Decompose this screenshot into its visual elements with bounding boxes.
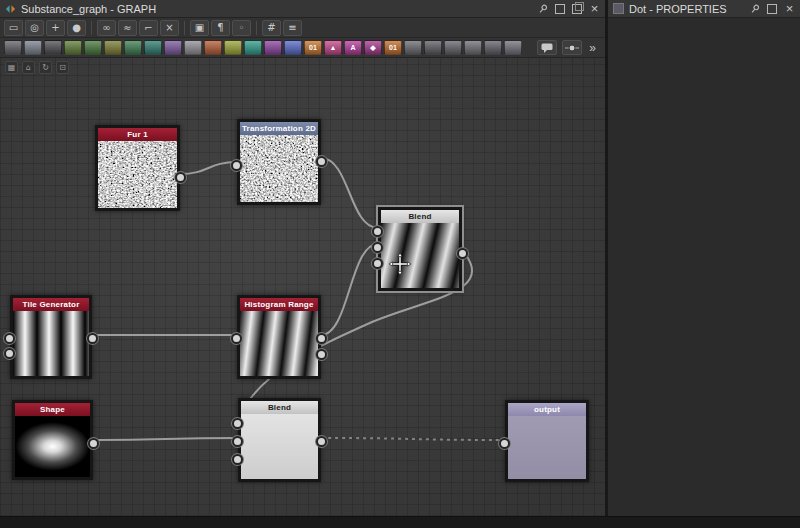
fx-map-node-button[interactable] bbox=[404, 40, 422, 55]
input-connector[interactable] bbox=[4, 348, 15, 359]
normal-node-button[interactable] bbox=[284, 40, 302, 55]
close-icon[interactable]: × bbox=[589, 3, 600, 14]
output-connector[interactable] bbox=[175, 172, 186, 183]
blend-node-button[interactable] bbox=[24, 40, 42, 55]
output-connector[interactable] bbox=[316, 349, 327, 360]
node-thumbnail bbox=[508, 416, 586, 479]
dot-node-button[interactable] bbox=[504, 40, 522, 55]
snap-grid-icon[interactable]: # bbox=[262, 20, 281, 36]
marquee-select-icon[interactable]: ▭ bbox=[4, 20, 23, 36]
toolbar-overflow-chevron[interactable]: » bbox=[587, 41, 598, 55]
properties-panel: Dot - PROPERTIES × bbox=[608, 0, 800, 516]
text-node-button[interactable]: A bbox=[344, 40, 362, 55]
home-view-icon[interactable]: ⌂ bbox=[22, 61, 35, 74]
float-window-icon[interactable] bbox=[555, 4, 565, 14]
output-connector[interactable] bbox=[87, 333, 98, 344]
bitmap-node-button[interactable] bbox=[424, 40, 442, 55]
graph-node-tile-generator[interactable]: Tile Generator bbox=[10, 295, 92, 379]
node-title: Blend bbox=[381, 210, 459, 223]
node-thumbnail bbox=[240, 135, 318, 202]
grid-display-icon[interactable]: ▦ bbox=[5, 61, 18, 74]
input-connector[interactable] bbox=[231, 333, 242, 344]
graph-node-transformation-2d[interactable]: Transformation 2D bbox=[237, 119, 321, 205]
output-connector[interactable] bbox=[316, 156, 327, 167]
input-connector[interactable] bbox=[231, 160, 242, 171]
node-title: Histogram Range bbox=[240, 298, 318, 311]
directional-blur-node-button[interactable] bbox=[64, 40, 82, 55]
channels-shuffle-node-button[interactable] bbox=[204, 40, 222, 55]
canvas-view-tools: ▦⌂↻⊡ bbox=[4, 61, 70, 74]
levels-node-button[interactable] bbox=[244, 40, 262, 55]
comment-icon[interactable]: ¶ bbox=[211, 20, 230, 36]
properties-body bbox=[608, 18, 800, 515]
input-connector[interactable] bbox=[372, 258, 383, 269]
dot-node-icon[interactable] bbox=[562, 40, 582, 55]
pixel-processor-node-button[interactable]: ▲ bbox=[324, 40, 342, 55]
comment-resource-node-button[interactable] bbox=[484, 40, 502, 55]
warp-node-button[interactable] bbox=[104, 40, 122, 55]
align-nodes-icon[interactable]: ≡ bbox=[283, 20, 302, 36]
input-connector[interactable] bbox=[372, 226, 383, 237]
transformation-2d-node-button[interactable] bbox=[184, 40, 202, 55]
graph-app-icon bbox=[5, 3, 16, 14]
cut-links-icon[interactable]: × bbox=[160, 20, 179, 36]
hsl-node-button[interactable] bbox=[164, 40, 182, 55]
graph-node-blend-top[interactable]: Blend bbox=[378, 207, 462, 291]
sharpen-node-button[interactable] bbox=[144, 40, 162, 55]
input-connector[interactable] bbox=[4, 333, 15, 344]
gradient-map-node-button[interactable] bbox=[124, 40, 142, 55]
node-thumbnail bbox=[98, 141, 177, 208]
properties-panel-title: Dot - PROPERTIES bbox=[629, 3, 727, 15]
float-window-icon[interactable] bbox=[767, 4, 777, 14]
frame-icon[interactable]: ▣ bbox=[190, 20, 209, 36]
wire bbox=[321, 158, 378, 228]
output-connector[interactable] bbox=[88, 438, 99, 449]
output-connector[interactable] bbox=[316, 333, 327, 344]
node-thumbnail bbox=[241, 414, 318, 479]
invert-node-button[interactable] bbox=[264, 40, 282, 55]
input-connector[interactable] bbox=[372, 242, 383, 253]
graph-panel-title: Substance_graph - GRAPH bbox=[21, 3, 156, 15]
node-thumbnail bbox=[381, 223, 459, 288]
screenshot-icon[interactable]: ◎ bbox=[25, 20, 44, 36]
graph-node-blend-bottom[interactable]: Blend bbox=[238, 398, 321, 482]
dock-window-icon[interactable] bbox=[572, 4, 582, 14]
elbow-links-icon[interactable]: ⌐ bbox=[139, 20, 158, 36]
frame-resource-node-button[interactable] bbox=[464, 40, 482, 55]
material-drop-icon[interactable]: ● bbox=[67, 20, 86, 36]
directional-warp-node-button[interactable] bbox=[84, 40, 102, 55]
close-icon[interactable]: × bbox=[784, 3, 795, 14]
refresh-view-icon[interactable]: ↻ bbox=[39, 61, 52, 74]
vector-graphics-node-button[interactable] bbox=[444, 40, 462, 55]
blur-node-button[interactable] bbox=[44, 40, 62, 55]
create-link-icon[interactable]: ∞ bbox=[97, 20, 116, 36]
input-connector[interactable] bbox=[232, 454, 243, 465]
curved-links-icon[interactable]: ≈ bbox=[118, 20, 137, 36]
color-picker-icon[interactable]: + bbox=[46, 20, 65, 36]
toolbar-divider bbox=[256, 21, 257, 35]
graph-canvas[interactable]: ▦⌂↻⊡ Fur 1Transformation 2DBlendTile Gen… bbox=[0, 58, 605, 516]
properties-icon bbox=[613, 3, 624, 14]
output-connector[interactable] bbox=[457, 248, 468, 259]
graph-panel-header: Substance_graph - GRAPH × bbox=[0, 0, 605, 18]
graph-node-histogram-range[interactable]: Histogram Range bbox=[237, 295, 321, 379]
comment-bubble-icon[interactable] bbox=[537, 40, 557, 55]
pin-node-icon[interactable]: ◦ bbox=[232, 20, 251, 36]
fit-view-icon[interactable]: ⊡ bbox=[56, 61, 69, 74]
input-connector[interactable] bbox=[499, 438, 510, 449]
input-connector[interactable] bbox=[232, 418, 243, 429]
value-processor-node-button[interactable]: 01 bbox=[384, 40, 402, 55]
wire bbox=[321, 244, 378, 335]
output-connector[interactable] bbox=[316, 436, 327, 447]
svg-node-button[interactable]: ◆ bbox=[364, 40, 382, 55]
graph-node-shape[interactable]: Shape bbox=[12, 400, 93, 480]
uniform-color-node-button[interactable] bbox=[4, 40, 22, 55]
pin-icon[interactable] bbox=[749, 3, 760, 14]
pin-icon[interactable] bbox=[537, 3, 548, 14]
input-connector[interactable] bbox=[232, 436, 243, 447]
graph-node-output[interactable]: output bbox=[505, 400, 589, 482]
node-thumbnail bbox=[240, 311, 318, 376]
uniform-01-node-button[interactable]: 01 bbox=[304, 40, 322, 55]
graph-node-fur-1[interactable]: Fur 1 bbox=[95, 125, 180, 211]
curve-node-button[interactable] bbox=[224, 40, 242, 55]
